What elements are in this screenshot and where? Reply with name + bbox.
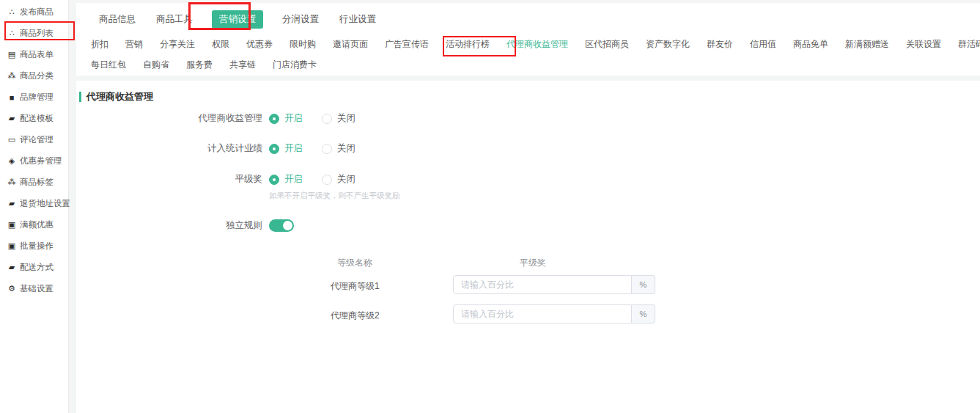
- sub-tab[interactable]: 商品免单: [792, 38, 829, 53]
- sub-tab[interactable]: 资产数字化: [645, 38, 690, 53]
- share-icon: ∴: [7, 29, 17, 38]
- table-header-peer-award: 平级奖: [452, 257, 614, 269]
- sidebar-item[interactable]: ■ 品牌管理: [0, 87, 68, 108]
- radio-off[interactable]: 关闭: [322, 112, 355, 125]
- main-tab-label: 营销设置: [219, 14, 256, 24]
- sidebar-item[interactable]: ∴ 发布商品: [0, 1, 68, 23]
- sidebar-item[interactable]: ▣ 满额优惠: [0, 214, 68, 235]
- sidebar-item-label: 批量操作: [20, 241, 54, 252]
- sub-tab-label: 新满额赠送: [845, 39, 889, 49]
- sub-tab[interactable]: 活动排行榜: [445, 38, 490, 53]
- percent-input[interactable]: [453, 304, 632, 324]
- form-row-count-performance: 计入统计业绩 开启 关闭: [76, 142, 980, 155]
- sidebar-item[interactable]: ◈ 优惠券管理: [0, 150, 68, 172]
- radio-on[interactable]: 开启: [269, 112, 303, 125]
- radio-label: 开启: [284, 173, 303, 186]
- sub-tab[interactable]: 邀请页面: [332, 38, 369, 53]
- sub-tab-label: 分享关注: [160, 39, 195, 49]
- sub-tab[interactable]: 限时购: [289, 38, 317, 53]
- sub-tab-label: 广告宣传语: [385, 39, 429, 49]
- main-tab[interactable]: 行业设置: [338, 10, 377, 29]
- sidebar-item-label: 发布商品: [20, 7, 54, 18]
- sub-tab[interactable]: 折扣: [90, 38, 109, 53]
- sub-tab[interactable]: 信用值: [749, 38, 777, 53]
- radio-label: 关闭: [337, 173, 355, 186]
- sub-tab-label: 限时购: [290, 39, 316, 49]
- sub-tab-label: 优惠券: [246, 39, 273, 49]
- sub-tab[interactable]: 权限: [211, 38, 230, 53]
- gear-icon: ⚙: [7, 284, 17, 293]
- sub-tab[interactable]: 关联设置: [905, 38, 942, 53]
- sidebar-item-label: 配送方式: [20, 262, 54, 273]
- sub-tab[interactable]: 群友价: [706, 38, 734, 53]
- table-row-name: 代理商等级2: [331, 310, 380, 322]
- sub-tab-label: 自购省: [143, 59, 169, 70]
- sub-tabs-row-1: 折扣 营销 分享关注 权限 优惠券 限时购 邀请页面: [76, 38, 980, 53]
- sub-tab[interactable]: 优惠券: [246, 38, 273, 53]
- header-panel: 商品信息 商品工具 营销设置 分润设置 行业设置 折扣: [76, 3, 980, 76]
- truck-icon: ▰: [7, 114, 17, 123]
- sidebar-item[interactable]: ▰ 配送模板: [0, 108, 68, 129]
- form-icon: ▤: [7, 50, 17, 59]
- sub-tab[interactable]: 门店消费卡: [272, 59, 317, 73]
- form-row-independent-rule: 独立规则: [76, 219, 980, 232]
- sub-tab-label: 信用值: [750, 39, 776, 49]
- sidebar-item-label: 商品标签: [20, 177, 54, 188]
- sidebar-item-label: 配送模板: [20, 113, 54, 124]
- settings-panel: 代理商收益管理 代理商收益管理 开启 关闭 计入统计业绩 开启 关闭: [76, 81, 980, 413]
- sidebar-item-label: 商品分类: [20, 70, 54, 81]
- percent-input[interactable]: [453, 275, 632, 294]
- sidebar-item[interactable]: ⁂ 商品标签: [0, 172, 68, 193]
- sidebar-item-label: 满额优惠: [20, 219, 54, 230]
- sub-tab-label: 共享链: [229, 59, 256, 70]
- radio-dot-icon: [322, 175, 332, 185]
- sub-tab[interactable]: 分享关注: [159, 38, 196, 53]
- sidebar-item[interactable]: ▣ 批量操作: [0, 235, 68, 257]
- sub-tab[interactable]: 自购省: [142, 59, 170, 73]
- sub-tab[interactable]: 新满额赠送: [844, 38, 890, 53]
- table-row-field: %: [453, 304, 655, 324]
- sub-tab[interactable]: 区代招商员: [584, 38, 630, 53]
- radio-label: 开启: [284, 112, 303, 125]
- sub-tab[interactable]: 共享链: [229, 59, 257, 73]
- sidebar-item[interactable]: ▭ 评论管理: [0, 129, 68, 150]
- sub-tab[interactable]: 每日红包: [90, 59, 127, 73]
- form-label: 计入统计业绩: [76, 142, 262, 155]
- sidebar-item[interactable]: ▰ 配送方式: [0, 257, 68, 278]
- coupon-icon: ◈: [7, 156, 17, 166]
- sidebar-item[interactable]: ▤ 商品表单: [0, 44, 68, 65]
- tag-icon: ⁂: [7, 178, 17, 187]
- main-tab[interactable]: 商品工具: [155, 10, 194, 29]
- sub-tabs-row-2: 每日红包 自购省 服务费 共享链 门店消费卡: [76, 59, 980, 73]
- sub-tab[interactable]: 服务费: [185, 59, 213, 73]
- sub-tab-label: 服务费: [186, 59, 213, 70]
- radio-off[interactable]: 关闭: [322, 142, 355, 155]
- sub-tab-label: 邀请页面: [333, 39, 368, 49]
- radio-label: 开启: [284, 142, 303, 155]
- main-tab[interactable]: 营销设置: [212, 10, 263, 29]
- sub-tab[interactable]: 广告宣传语: [384, 38, 430, 53]
- section-title-bar: [79, 92, 81, 102]
- radio-label: 关闭: [337, 142, 355, 155]
- radio-on[interactable]: 开启: [269, 173, 303, 186]
- peer-award-hint: 如果不开启平级奖，则不产生平级奖励: [269, 191, 400, 201]
- sub-tab[interactable]: 营销: [125, 38, 144, 53]
- sidebar-item-label: 商品表单: [20, 49, 54, 60]
- radio-off[interactable]: 关闭: [322, 173, 355, 186]
- sidebar-item[interactable]: ▰ 退货地址设置: [0, 193, 68, 214]
- main-tab[interactable]: 分润设置: [281, 10, 320, 29]
- sidebar-item[interactable]: ⁂ 商品分类: [0, 65, 68, 87]
- sub-tab[interactable]: 群活码: [957, 38, 980, 53]
- sub-tab-label: 活动排行榜: [446, 39, 490, 49]
- sidebar-item[interactable]: ∴ 商品列表: [0, 23, 68, 44]
- radio-dot-icon: [269, 175, 279, 185]
- main-tabs: 商品信息 商品工具 营销设置 分润设置 行业设置: [76, 10, 980, 29]
- main-tab[interactable]: 商品信息: [97, 10, 137, 29]
- radio-dot-icon: [269, 144, 279, 154]
- sidebar-item[interactable]: ⚙ 基础设置: [0, 278, 68, 299]
- radio-on[interactable]: 开启: [269, 142, 303, 155]
- independent-rule-toggle[interactable]: [269, 219, 294, 232]
- sidebar-item-label: 基础设置: [20, 283, 54, 294]
- sub-tab[interactable]: 代理商收益管理: [506, 38, 569, 53]
- form-row-agent-income: 代理商收益管理 开启 关闭: [76, 112, 980, 125]
